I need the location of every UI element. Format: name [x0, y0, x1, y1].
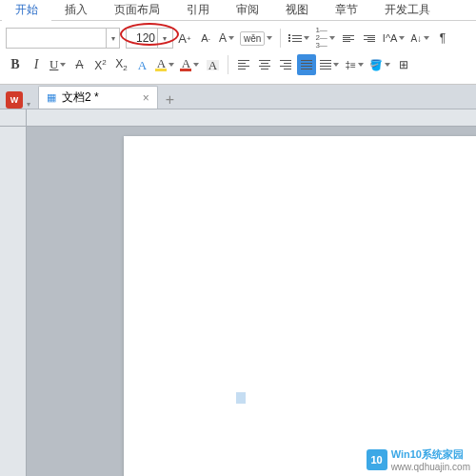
- ribbon: ▾ ▾ A+ A- A wěn 1—2—3— I^A A↓ ¶ B I U A …: [0, 21, 476, 85]
- superscript-button[interactable]: X2: [90, 54, 109, 75]
- watermark-title: Win10系统家园: [391, 448, 464, 460]
- tab-view[interactable]: 视图: [272, 0, 322, 21]
- highlight-color-button[interactable]: A: [153, 54, 176, 75]
- borders-button[interactable]: ⊞: [394, 54, 413, 75]
- text-direction-button[interactable]: I^A: [381, 28, 407, 49]
- align-right-button[interactable]: [276, 54, 295, 75]
- document-tab[interactable]: ▦ 文档2 * ×: [38, 86, 158, 109]
- numbering-button[interactable]: 1—2—3—: [313, 28, 336, 49]
- watermark-logo: 10: [367, 449, 387, 470]
- grid-icon: ⊞: [399, 58, 408, 71]
- decrease-indent-button[interactable]: [339, 28, 358, 49]
- increase-font-button[interactable]: A+: [175, 28, 194, 49]
- change-case-button[interactable]: A: [217, 28, 236, 49]
- tab-references[interactable]: 引用: [173, 0, 223, 21]
- subscript-button[interactable]: X2: [111, 54, 130, 75]
- document-page[interactable]: [124, 136, 476, 476]
- decrease-font-button[interactable]: A-: [196, 28, 215, 49]
- document-icon: ▦: [47, 91, 56, 104]
- tab-section[interactable]: 章节: [322, 0, 371, 21]
- watermark-url: www.qdhuajin.com: [391, 462, 470, 472]
- document-name: 文档2 *: [62, 89, 99, 106]
- new-tab-button[interactable]: +: [158, 91, 182, 109]
- document-tab-bar: W ▾ ▦ 文档2 * × +: [0, 85, 476, 109]
- font-size-input[interactable]: [127, 31, 157, 45]
- close-icon[interactable]: ×: [143, 91, 149, 105]
- underline-button[interactable]: U: [48, 54, 68, 75]
- vertical-ruler[interactable]: [0, 127, 27, 476]
- chevron-down-icon: ▾: [157, 29, 170, 48]
- strikethrough-button[interactable]: A: [69, 54, 89, 75]
- increase-indent-button[interactable]: [360, 28, 379, 49]
- text-effects-button[interactable]: A: [132, 54, 151, 75]
- align-center-button[interactable]: [255, 54, 274, 75]
- sort-button[interactable]: A↓: [408, 28, 431, 49]
- wps-logo[interactable]: W: [6, 91, 23, 109]
- horizontal-ruler[interactable]: [27, 109, 476, 127]
- bullets-button[interactable]: [287, 28, 311, 49]
- chevron-down-icon: ▾: [106, 29, 119, 48]
- font-size-select[interactable]: ▾: [126, 28, 173, 49]
- align-justify-button[interactable]: [297, 54, 316, 75]
- char-shading-button[interactable]: A: [203, 54, 222, 75]
- align-left-button[interactable]: [234, 54, 253, 75]
- shading-button[interactable]: 🪣: [367, 54, 392, 75]
- show-marks-button[interactable]: ¶: [433, 28, 452, 49]
- font-family-select[interactable]: ▾: [6, 28, 120, 49]
- cursor-position-icon: [236, 392, 246, 404]
- distribute-button[interactable]: [318, 54, 341, 75]
- ruler-corner: [0, 109, 27, 127]
- bold-button[interactable]: B: [6, 54, 25, 75]
- tab-home[interactable]: 开始: [2, 0, 51, 21]
- chevron-down-icon[interactable]: ▾: [27, 100, 30, 109]
- phonetic-guide-button[interactable]: wěn: [238, 28, 274, 49]
- tab-insert[interactable]: 插入: [51, 0, 101, 21]
- watermark: 10 Win10系统家园 www.qdhuajin.com: [367, 447, 470, 472]
- italic-button[interactable]: I: [27, 54, 46, 75]
- tab-page-layout[interactable]: 页面布局: [101, 0, 173, 21]
- paint-bucket-icon: 🪣: [369, 59, 383, 71]
- line-spacing-button[interactable]: ‡≡: [343, 54, 365, 75]
- font-color-button[interactable]: A: [178, 54, 201, 75]
- menu-tab-bar: 开始 插入 页面布局 引用 审阅 视图 章节 开发工具: [0, 0, 476, 21]
- tab-dev-tools[interactable]: 开发工具: [371, 0, 444, 21]
- workspace: [0, 109, 476, 476]
- tab-review[interactable]: 审阅: [223, 0, 272, 21]
